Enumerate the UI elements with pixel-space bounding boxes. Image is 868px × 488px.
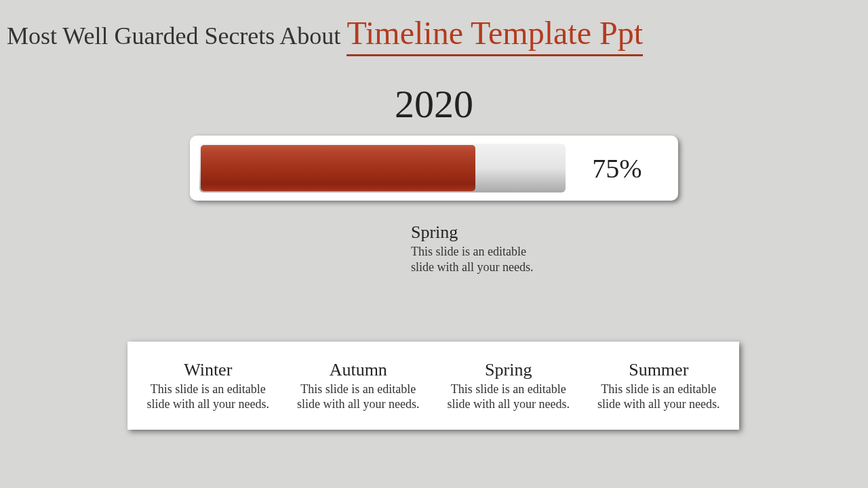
progress-bar: 75% [190,136,678,201]
seasons-bar: Winter This slide is an editable slide w… [127,342,739,430]
season-desc: This slide is an editable slide with all… [589,382,729,412]
slide-title: Most Well Guarded Secrets About Timeline… [7,14,861,56]
season-desc: This slide is an editable slide with all… [289,382,429,412]
title-highlight: Timeline Template Ppt [347,14,643,56]
season-title: Autumn [289,360,429,380]
season-title: Winter [138,360,278,380]
title-prefix: Most Well Guarded Secrets About [7,22,347,49]
current-season-desc: This slide is an editable slide with all… [411,244,547,276]
season-title: Spring [439,360,578,380]
progress-fill [201,145,475,191]
year-label: 2020 [0,81,868,127]
season-title: Summer [589,360,729,380]
season-item: Spring This slide is an editable slide w… [433,360,584,412]
season-item: Autumn This slide is an editable slide w… [283,360,434,412]
progress-percent-label: 75% [566,152,669,184]
season-desc: This slide is an editable slide with all… [138,382,278,412]
season-desc: This slide is an editable slide with all… [439,382,578,412]
progress-track [199,144,566,192]
current-season-title: Spring [411,222,547,243]
current-season-block: Spring This slide is an editable slide w… [411,222,547,276]
season-item: Winter This slide is an editable slide w… [133,360,283,412]
season-item: Summer This slide is an editable slide w… [584,360,734,412]
